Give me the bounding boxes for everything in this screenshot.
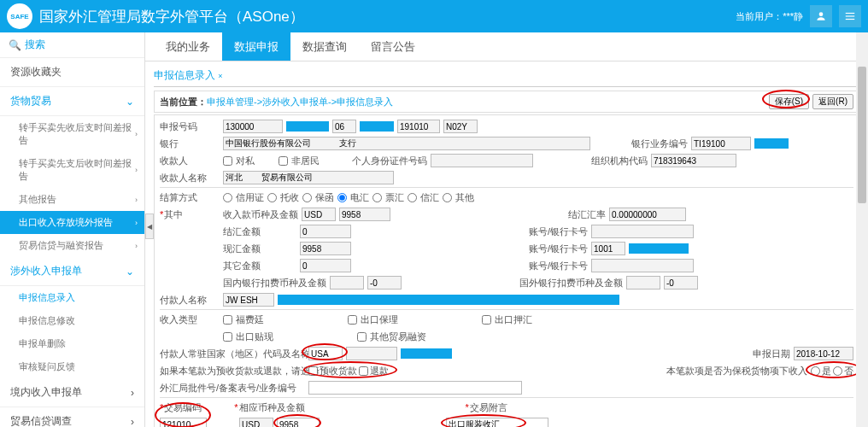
sidebar-group-goods[interactable]: 货物贸易⌄	[0, 87, 144, 116]
search-icon: 🔍	[9, 39, 21, 51]
acct2-field[interactable]	[591, 242, 625, 255]
settle-method-label: 结算方式	[160, 191, 220, 204]
sidebar-item-entry[interactable]: 申报信息录入	[0, 286, 144, 309]
other-amt-label: 其它金额	[223, 260, 261, 272]
payee-private-chk[interactable]	[223, 156, 232, 166]
sidebar-item-report2[interactable]: 转手买卖先支后收时间差报告›	[0, 152, 144, 188]
forfee-ccy[interactable]	[626, 276, 660, 290]
sidebar-item-feedback[interactable]: 审核疑问反馈	[0, 355, 144, 378]
settle-tt[interactable]	[337, 193, 347, 202]
bank-biz-label: 银行业务编号	[631, 137, 688, 150]
it-other[interactable]	[357, 332, 367, 342]
ccy-field[interactable]	[302, 208, 336, 221]
report-no-1[interactable]	[223, 120, 283, 133]
it-forfait[interactable]	[223, 315, 232, 325]
sidebar-group-tradecredit[interactable]: 贸易信贷调查›	[0, 407, 144, 427]
forfee-amt[interactable]	[664, 276, 698, 290]
report-no-2[interactable]	[332, 120, 356, 133]
payee-nonres-chk[interactable]	[279, 156, 288, 166]
corr-amt-field[interactable]	[277, 418, 320, 427]
sidebar-item-modify[interactable]: 申报信息修改	[0, 309, 144, 332]
bank-field[interactable]	[223, 137, 590, 150]
acct2-label: 账号/银行卡号	[529, 243, 588, 255]
payer-name-field[interactable]	[223, 293, 274, 307]
org-code-field[interactable]	[651, 154, 736, 167]
cash-amt-field[interactable]	[300, 242, 351, 255]
rate-field[interactable]	[609, 208, 686, 221]
payer-country-label: 付款人常驻国家（地区）代码及名称	[160, 348, 305, 360]
bonded-no[interactable]	[833, 366, 842, 376]
tabs: 我的业务 数据申报 数据查询 留言公告	[145, 32, 868, 61]
corr-ccy-label: 相应币种及金额	[234, 401, 304, 414]
income-type-label: 收入类型	[160, 313, 220, 326]
section-title: 申报信息录入 ×	[154, 65, 859, 87]
settle-lc[interactable]	[223, 193, 232, 202]
settle-other[interactable]	[443, 193, 452, 202]
tab-my-business[interactable]: 我的业务	[154, 32, 222, 61]
prepay-label: 如果本笔款为预收货款或退款，请选择	[160, 365, 305, 377]
safe-logo: SAFE	[7, 3, 32, 29]
batch-field[interactable]	[308, 381, 522, 395]
acct3-label: 账号/银行卡号	[529, 260, 588, 272]
id-field[interactable]	[431, 154, 533, 167]
domfee-label: 国内银行扣费币种及金额	[223, 277, 326, 290]
sidebar-item-report1[interactable]: 转手买卖先收后支时间差报告›	[0, 116, 144, 152]
refund-chk[interactable]	[359, 366, 368, 376]
tab-data-query[interactable]: 数据查询	[290, 32, 359, 61]
cash-amt-label: 现汇金额	[223, 243, 261, 255]
tab-data-report[interactable]: 数据申报	[222, 32, 290, 61]
svg-rect-3	[846, 19, 855, 20]
tx-code-field[interactable]	[160, 418, 207, 427]
acct3-field[interactable]	[591, 259, 694, 272]
report-date-field[interactable]	[794, 347, 853, 360]
acct1-field[interactable]	[591, 225, 694, 238]
tab-messages[interactable]: 留言公告	[359, 32, 427, 61]
corr-ccy-field[interactable]	[239, 418, 273, 427]
current-user: 当前用户：***静	[736, 10, 803, 23]
payee-name-field[interactable]	[223, 171, 394, 184]
svg-point-0	[819, 12, 824, 16]
sidebar-group-domestic[interactable]: 境内收入申报单›	[0, 378, 144, 407]
vertical-scrollbar[interactable]	[856, 32, 868, 427]
search-box[interactable]: 🔍 搜索	[0, 32, 144, 58]
settle-collect[interactable]	[267, 193, 277, 202]
bonded-label: 本笔款项是否为保税货物项下收入	[666, 365, 807, 377]
settle-dd[interactable]	[372, 193, 382, 202]
payer-country-code[interactable]	[308, 347, 343, 360]
it-factoring[interactable]	[348, 315, 357, 325]
sidebar-item-report3[interactable]: 其他报告›	[0, 188, 144, 211]
it-bill[interactable]	[482, 315, 491, 325]
settle-mt[interactable]	[408, 193, 417, 202]
settle-amt-label: 结汇金额	[223, 225, 261, 238]
svg-rect-2	[846, 15, 855, 16]
payer-country-name[interactable]	[346, 347, 397, 360]
it-discount[interactable]	[223, 332, 232, 342]
bank-biz-field[interactable]	[691, 137, 751, 150]
report-no-3[interactable]	[397, 120, 440, 133]
return-button[interactable]: 返回(R)	[812, 94, 853, 109]
settle-amt-field[interactable]	[300, 225, 351, 238]
svg-rect-1	[846, 13, 855, 14]
payee-label: 收款人	[160, 155, 220, 167]
sidebar-item-report5[interactable]: 贸易信贷与融资报告›	[0, 234, 144, 257]
bank-label: 银行	[160, 137, 220, 150]
user-icon[interactable]	[810, 5, 832, 27]
save-button[interactable]: 保存(S)	[769, 94, 809, 109]
other-amt-field[interactable]	[300, 259, 351, 272]
sidebar-item-delete[interactable]: 申报单删除	[0, 332, 144, 355]
prepay-chk[interactable]	[308, 366, 318, 376]
settle-guarantee[interactable]	[302, 193, 312, 202]
domfee-ccy[interactable]	[330, 276, 364, 290]
bonded-yes[interactable]	[811, 366, 820, 376]
sidebar-item-export-income[interactable]: 出口收入存放境外报告›	[0, 211, 144, 234]
domfee-amt[interactable]	[367, 276, 402, 290]
app-title: 国家外汇管理局数字外管平台（ASOne）	[39, 7, 304, 26]
sidebar-collapse-handle[interactable]: ◀	[145, 214, 154, 239]
menu-icon[interactable]	[839, 5, 861, 27]
sidebar-group-income[interactable]: 涉外收入申报单⌄	[0, 257, 144, 286]
batch-label: 外汇局批件号/备案表号/业务编号	[160, 382, 305, 395]
sidebar-group-favorites[interactable]: 资源收藏夹	[0, 58, 144, 87]
report-no-4[interactable]	[443, 120, 478, 133]
tx-append-field[interactable]	[446, 418, 548, 427]
amount-field[interactable]	[339, 208, 390, 221]
